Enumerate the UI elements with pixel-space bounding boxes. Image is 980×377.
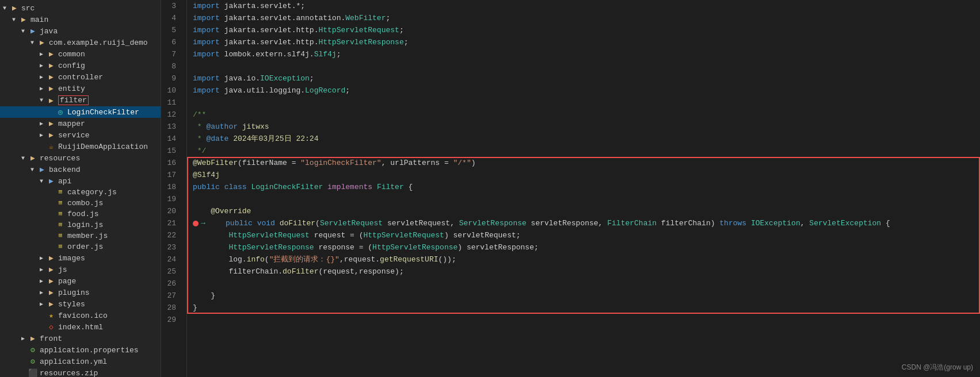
token: @Slf4j: [193, 169, 220, 181]
token: "loginCheckFilter": [300, 157, 381, 169]
sidebar-item-member-js[interactable]: ≡member.js: [0, 230, 161, 241]
expand-arrow[interactable]: ▶: [37, 85, 46, 92]
tree-label: application.yml: [40, 357, 107, 366]
sidebar-item-java[interactable]: ▼▶java: [0, 25, 161, 37]
expand-arrow[interactable]: ▶: [37, 120, 46, 127]
expand-arrow[interactable]: ▶: [37, 51, 46, 57]
line-number-17: 17: [161, 169, 181, 181]
expand-arrow[interactable]: ▶: [18, 335, 28, 342]
sidebar-item-images[interactable]: ▶▶images: [0, 252, 161, 264]
expand-arrow[interactable]: ▶: [37, 255, 46, 261]
expand-arrow[interactable]: ▶: [37, 74, 46, 80]
sidebar-item-backend[interactable]: ▼▶backend: [0, 164, 161, 175]
sidebar-item-entity[interactable]: ▶▶entity: [0, 83, 161, 94]
expand-arrow[interactable]: ▼: [28, 40, 37, 46]
sidebar-item-api[interactable]: ▼▶api: [0, 175, 161, 187]
tree-label: page: [58, 277, 76, 286]
sidebar-item-LoginCheckFilter[interactable]: ◎LoginCheckFilter: [0, 106, 161, 118]
expand-arrow[interactable]: ▶: [37, 132, 46, 139]
folder-icon: ▶: [46, 84, 56, 93]
line-number-19: 19: [161, 193, 181, 205]
token: import: [193, 24, 220, 36]
tree-label: resources.zip: [40, 369, 98, 378]
folder-icon: ▶: [46, 299, 56, 309]
token: info: [247, 253, 265, 266]
token: lombok.extern.slf4j.: [220, 48, 314, 60]
token: (: [315, 217, 320, 229]
sidebar-item-com-example-ruiji_demo[interactable]: ▼▶com.example.ruiji_demo: [0, 37, 161, 48]
tree-label: controller: [58, 73, 103, 82]
code-line-22: HttpServletRequest request = (HttpServle…: [193, 229, 980, 241]
expand-arrow[interactable]: ▼: [18, 155, 28, 161]
sidebar-item-main[interactable]: ▼▶main: [0, 14, 161, 25]
expand-arrow[interactable]: ▶: [37, 278, 46, 284]
sidebar-item-src[interactable]: ▼▶src: [0, 2, 161, 14]
sidebar-item-styles[interactable]: ▶▶styles: [0, 298, 161, 310]
expand-arrow[interactable]: ▼: [28, 167, 37, 173]
expand-arrow[interactable]: ▶: [37, 289, 46, 296]
token: {: [404, 181, 413, 193]
sidebar-item-front[interactable]: ▶▶front: [0, 333, 161, 344]
token: servletResponse,: [527, 217, 607, 229]
expand-arrow[interactable]: ▼: [0, 5, 9, 11]
file-tree[interactable]: ▼▶src▼▶main▼▶java▼▶com.example.ruiji_dem…: [0, 0, 161, 377]
expand-arrow[interactable]: ▼: [9, 17, 18, 23]
tree-label: index.html: [58, 323, 103, 332]
token: *: [193, 133, 206, 145]
expand-arrow[interactable]: ▼: [18, 28, 28, 34]
sidebar-item-js[interactable]: ▶▶js: [0, 264, 161, 275]
sidebar-item-application-yml[interactable]: ⚙application.yml: [0, 356, 161, 367]
line-number-7: 7: [161, 48, 181, 60]
sidebar-item-food-js[interactable]: ≡food.js: [0, 209, 161, 220]
tree-label: src: [21, 4, 35, 13]
tree-label: backend: [49, 166, 81, 174]
code-line-11: [193, 97, 980, 109]
expand-arrow[interactable]: ▼: [37, 178, 46, 184]
sidebar-item-controller[interactable]: ▶▶controller: [0, 71, 161, 83]
sidebar-item-combo-js[interactable]: ≡combo.js: [0, 198, 161, 209]
folder-icon: ▶: [28, 26, 38, 36]
expand-arrow[interactable]: ▶: [37, 266, 46, 273]
sidebar-item-category-js[interactable]: ≡category.js: [0, 187, 161, 198]
line-number-6: 6: [161, 36, 181, 48]
token: ;: [386, 12, 390, 24]
sidebar-item-service[interactable]: ▶▶service: [0, 129, 161, 141]
token: [247, 181, 251, 193]
sidebar-item-order-js[interactable]: ≡order.js: [0, 241, 161, 252]
sidebar-item-config[interactable]: ▶▶config: [0, 60, 161, 71]
expand-arrow[interactable]: ▼: [37, 97, 46, 103]
sidebar-item-index-html[interactable]: ◇index.html: [0, 321, 161, 333]
folder-icon: ▶: [46, 265, 56, 274]
sidebar-item-resources[interactable]: ▼▶resources: [0, 152, 161, 164]
tree-label: styles: [58, 300, 85, 309]
code-line-26: [193, 278, 980, 290]
expand-arrow[interactable]: ▶: [37, 62, 46, 69]
token: */: [193, 145, 206, 157]
token: implements: [323, 181, 377, 193]
sidebar-item-resources-zip[interactable]: ⬛resources.zip: [0, 367, 161, 377]
token: public: [226, 217, 253, 229]
sidebar-item-login-js[interactable]: ≡login.js: [0, 220, 161, 230]
sidebar-item-favicon-ico[interactable]: ★favicon.ico: [0, 310, 161, 321]
token: import: [193, 36, 220, 48]
tree-label: food.js: [67, 210, 99, 218]
token: WebFilter: [345, 12, 386, 24]
token: import: [193, 48, 220, 60]
token: LogRecord: [305, 84, 345, 97]
sidebar-item-application-properties[interactable]: ⚙application.properties: [0, 344, 161, 356]
expand-arrow[interactable]: ▶: [37, 301, 46, 307]
js-file-icon: ≡: [55, 221, 66, 229]
folder-icon: ▶: [46, 72, 56, 82]
sidebar-item-mapper[interactable]: ▶▶mapper: [0, 118, 161, 129]
sidebar-item-plugins[interactable]: ▶▶plugins: [0, 287, 161, 298]
sidebar-item-filter[interactable]: ▼▶filter: [0, 94, 161, 106]
sidebar-item-common[interactable]: ▶▶common: [0, 48, 161, 60]
code-area[interactable]: import jakarta.servlet.*;import jakarta.…: [187, 0, 980, 377]
sidebar-item-page[interactable]: ▶▶page: [0, 275, 161, 287]
filter-file-icon: ◎: [55, 107, 66, 117]
code-line-19: [193, 193, 980, 205]
sidebar-item-RuijiDemoApplication[interactable]: ☕RuijiDemoApplication: [0, 141, 161, 152]
tree-label: combo.js: [67, 199, 103, 207]
token: jakarta.servlet.*;: [220, 0, 305, 12]
token: @WebFilter: [193, 157, 238, 169]
